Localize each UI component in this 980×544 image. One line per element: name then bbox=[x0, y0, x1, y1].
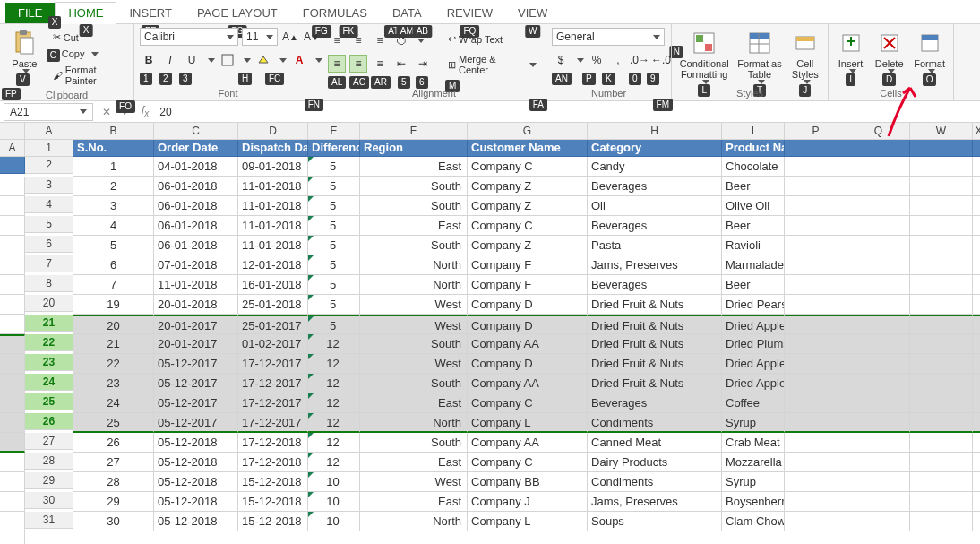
column-header[interactable]: D bbox=[238, 123, 308, 140]
increase-indent-button[interactable]: ⇥ bbox=[414, 55, 432, 73]
cell[interactable]: North bbox=[360, 413, 468, 433]
cell[interactable]: Syrup bbox=[722, 413, 785, 433]
cell[interactable] bbox=[847, 472, 910, 492]
cell[interactable]: Company Z bbox=[468, 236, 588, 255]
cell[interactable]: Beer bbox=[722, 275, 785, 295]
cell[interactable]: 2 bbox=[73, 177, 154, 196]
row-header[interactable]: 6 bbox=[25, 236, 73, 253]
cell[interactable]: Dried Fruit & Nuts bbox=[588, 354, 722, 374]
cell[interactable]: Beer bbox=[722, 216, 785, 236]
cell[interactable] bbox=[847, 453, 910, 472]
table-header-cell[interactable] bbox=[785, 140, 847, 157]
cell[interactable]: 7 bbox=[73, 275, 154, 295]
cell[interactable]: South bbox=[360, 433, 468, 453]
cell[interactable] bbox=[785, 236, 847, 255]
cell[interactable]: 5 bbox=[308, 196, 360, 216]
cell[interactable] bbox=[910, 157, 973, 177]
cell[interactable]: 5 bbox=[308, 275, 360, 295]
row-header[interactable]: 2 bbox=[25, 157, 73, 174]
cell[interactable] bbox=[973, 374, 980, 393]
cell[interactable]: Company F bbox=[468, 275, 588, 295]
cell[interactable] bbox=[0, 492, 25, 512]
cell[interactable]: West bbox=[360, 354, 468, 374]
cell[interactable]: 20-01-2018 bbox=[154, 295, 238, 315]
increase-decimal-button[interactable]: .0→ bbox=[631, 51, 649, 69]
row-header[interactable]: 22 bbox=[25, 334, 73, 351]
cell[interactable]: Crab Meat bbox=[722, 433, 785, 453]
row-header[interactable]: 31 bbox=[25, 512, 73, 529]
cell[interactable] bbox=[973, 216, 980, 236]
cell[interactable] bbox=[973, 393, 980, 413]
cell[interactable] bbox=[785, 157, 847, 177]
cell[interactable]: 05-12-2017 bbox=[154, 354, 238, 374]
cell[interactable]: East bbox=[360, 393, 468, 413]
cell[interactable] bbox=[785, 512, 847, 531]
cell[interactable]: North bbox=[360, 255, 468, 275]
cell[interactable]: 5 bbox=[308, 236, 360, 255]
cell[interactable]: 25-01-2018 bbox=[238, 295, 308, 315]
row-header[interactable]: 27 bbox=[25, 433, 73, 450]
cell[interactable]: Company AA bbox=[468, 433, 588, 453]
wrap-text-button[interactable]: ↩Wrap Text bbox=[444, 31, 540, 47]
row-header[interactable]: 29 bbox=[25, 472, 73, 489]
tab-data[interactable]: DATA bbox=[380, 3, 434, 23]
cell[interactable]: Company J bbox=[468, 492, 588, 512]
cell[interactable]: 07-01-2018 bbox=[154, 255, 238, 275]
cell[interactable] bbox=[910, 255, 973, 275]
cell[interactable] bbox=[973, 413, 980, 433]
cell[interactable]: 20-01-2017 bbox=[154, 334, 238, 354]
cell[interactable]: 20-01-2017 bbox=[154, 315, 238, 334]
cell[interactable]: Company AA bbox=[468, 334, 588, 354]
format-painter-button[interactable]: 🖌Format Painter bbox=[49, 63, 128, 88]
cell[interactable] bbox=[785, 453, 847, 472]
cell[interactable]: 17-12-2017 bbox=[238, 374, 308, 393]
cell[interactable] bbox=[785, 472, 847, 492]
paste-button[interactable]: Paste V bbox=[5, 28, 44, 73]
cell[interactable]: Company Z bbox=[468, 177, 588, 196]
cell[interactable]: South bbox=[360, 334, 468, 354]
cell[interactable]: 10 bbox=[308, 512, 360, 531]
column-header[interactable]: W bbox=[910, 123, 973, 140]
cell[interactable] bbox=[847, 413, 910, 433]
cell[interactable]: 23 bbox=[73, 374, 154, 393]
row-header[interactable]: 30 bbox=[25, 492, 73, 509]
cell[interactable] bbox=[847, 216, 910, 236]
cell[interactable]: 5 bbox=[73, 236, 154, 255]
cell[interactable]: 05-12-2018 bbox=[154, 433, 238, 453]
table-header-cell[interactable]: Order Date bbox=[154, 140, 238, 157]
cell[interactable]: Mozzarella bbox=[722, 453, 785, 472]
borders-button[interactable] bbox=[219, 51, 236, 69]
cell[interactable]: 12-01-2018 bbox=[238, 255, 308, 275]
cell[interactable]: Coffee bbox=[722, 393, 785, 413]
row-header[interactable]: 8 bbox=[25, 275, 73, 292]
cell[interactable]: 5 bbox=[308, 177, 360, 196]
cell[interactable]: Jams, Preserves bbox=[588, 255, 722, 275]
cell[interactable]: 09-01-2018 bbox=[238, 157, 308, 177]
cell[interactable] bbox=[0, 433, 25, 453]
cell[interactable]: 10 bbox=[308, 492, 360, 512]
cell[interactable]: North bbox=[360, 275, 468, 295]
row-header[interactable]: 3 bbox=[25, 177, 73, 194]
cell[interactable]: 05-12-2018 bbox=[154, 512, 238, 531]
cell[interactable] bbox=[847, 334, 910, 354]
cell[interactable]: Dried Pears bbox=[722, 295, 785, 315]
cell[interactable] bbox=[785, 275, 847, 295]
cell[interactable] bbox=[847, 177, 910, 196]
cell[interactable] bbox=[910, 512, 973, 531]
row-header[interactable]: 7 bbox=[25, 255, 73, 272]
cell[interactable] bbox=[973, 453, 980, 472]
cell[interactable]: 19 bbox=[73, 295, 154, 315]
cell[interactable]: Company F bbox=[468, 255, 588, 275]
cell[interactable]: 12 bbox=[308, 433, 360, 453]
delete-cells-button[interactable]: Delete D bbox=[873, 28, 906, 73]
cell[interactable]: 16-01-2018 bbox=[238, 275, 308, 295]
spreadsheet-grid[interactable]: ABCDEFGHIPQWXA1S.No.Order DateDispatch D… bbox=[0, 123, 980, 544]
cell[interactable] bbox=[973, 255, 980, 275]
cell[interactable]: 06-01-2018 bbox=[154, 196, 238, 216]
row-header[interactable]: 25 bbox=[25, 393, 73, 410]
align-bottom-button[interactable]: ≡ bbox=[371, 31, 389, 49]
cell[interactable]: Dried Apples bbox=[722, 315, 785, 334]
cell[interactable]: Dried Fruit & Nuts bbox=[588, 334, 722, 354]
cell[interactable]: Company D bbox=[468, 354, 588, 374]
cell[interactable]: 17-12-2018 bbox=[238, 453, 308, 472]
